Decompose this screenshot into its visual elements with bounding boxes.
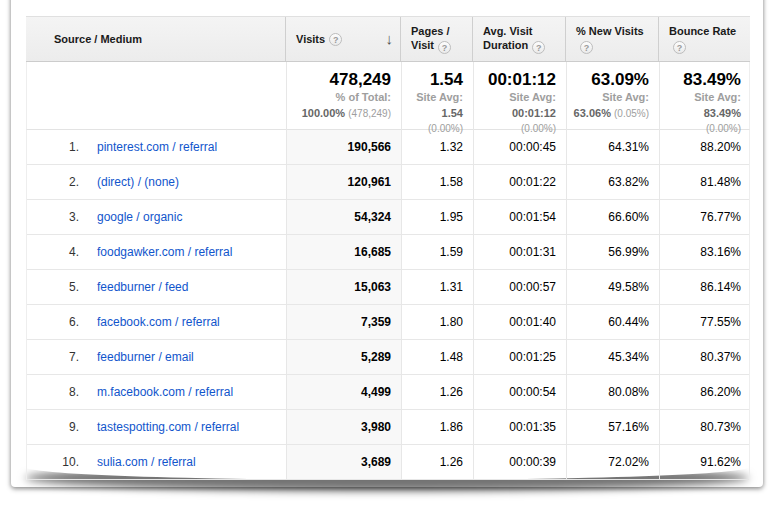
source-medium-cell: 4. foodgawker.com / referral: [27, 235, 286, 269]
bounce-rate-cell: 83.16%: [659, 235, 751, 269]
summary-value: 00:01:12: [480, 72, 556, 87]
visits-cell: 120,961: [286, 165, 401, 199]
column-label: Bounce Rate?: [669, 24, 744, 54]
source-medium-cell: 7. feedburner / email: [27, 340, 286, 374]
column-label: Pages / Visit?: [411, 24, 466, 54]
source-medium-link[interactable]: foodgawker.com / referral: [97, 245, 232, 259]
bounce-rate-cell: 88.20%: [659, 130, 751, 164]
visits-cell: 54,324: [286, 200, 401, 234]
new-visits-cell: 63.82%: [566, 165, 659, 199]
row-rank: 1.: [27, 140, 79, 154]
column-header-avg-visit-duration[interactable]: Avg. Visit Duration?: [472, 17, 565, 61]
source-medium-link[interactable]: pinterest.com / referral: [97, 140, 217, 154]
visits-cell: 190,566: [286, 130, 401, 164]
row-rank: 6.: [27, 315, 79, 329]
visits-cell: 3,689: [286, 445, 401, 479]
visits-cell: 7,359: [286, 305, 401, 339]
summary-value: 1.54: [408, 72, 463, 87]
avg-visit-duration-cell: 00:00:45: [473, 130, 566, 164]
column-label: Source / Medium: [54, 32, 142, 46]
summary-sub-paren: (478,249): [348, 108, 391, 119]
avg-visit-duration-cell: 00:00:57: [473, 270, 566, 304]
summary-value: 63.09%: [573, 72, 649, 87]
table-row: 5. feedburner / feed 15,063 1.31 00:00:5…: [27, 270, 749, 305]
source-medium-cell: 6. facebook.com / referral: [27, 305, 286, 339]
table-row: 9. tastespotting.com / referral 3,980 1.…: [27, 410, 749, 445]
source-medium-link[interactable]: sulia.com / referral: [97, 455, 196, 469]
help-icon[interactable]: ?: [580, 41, 593, 54]
column-header-source-medium[interactable]: Source / Medium: [26, 17, 285, 61]
help-icon[interactable]: ?: [438, 41, 451, 54]
new-visits-cell: 45.34%: [566, 340, 659, 374]
pages-per-visit-cell: 1.59: [401, 235, 473, 269]
pages-per-visit-cell: 1.80: [401, 305, 473, 339]
new-visits-cell: 49.58%: [566, 270, 659, 304]
avg-visit-duration-cell: 00:00:39: [473, 445, 566, 479]
source-medium-link[interactable]: facebook.com / referral: [97, 315, 220, 329]
visits-cell: 5,289: [286, 340, 401, 374]
source-medium-table: Source / Medium Visits ? ↓ Pages / Visit…: [26, 16, 750, 480]
visits-cell: 4,499: [286, 375, 401, 409]
row-rank: 9.: [27, 420, 79, 434]
help-icon[interactable]: ?: [673, 41, 686, 54]
summary-sub-label: Site Avg:: [480, 90, 556, 105]
new-visits-cell: 80.08%: [566, 375, 659, 409]
source-medium-cell: 9. tastespotting.com / referral: [27, 410, 286, 444]
avg-visit-duration-cell: 00:01:35: [473, 410, 566, 444]
column-header-pages-visit[interactable]: Pages / Visit?: [400, 17, 472, 61]
column-header-bounce-rate[interactable]: Bounce Rate?: [658, 17, 750, 61]
table-row: 3. google / organic 54,324 1.95 00:01:54…: [27, 200, 749, 235]
new-visits-cell: 64.31%: [566, 130, 659, 164]
column-header-new-visits[interactable]: % New Visits?: [565, 17, 658, 61]
table-row: 6. facebook.com / referral 7,359 1.80 00…: [27, 305, 749, 340]
summary-value: 478,249: [293, 72, 391, 87]
pages-per-visit-cell: 1.86: [401, 410, 473, 444]
new-visits-cell: 60.44%: [566, 305, 659, 339]
pages-per-visit-cell: 1.26: [401, 375, 473, 409]
bounce-rate-cell: 76.77%: [659, 200, 751, 234]
table-body: 1. pinterest.com / referral 190,566 1.32…: [26, 130, 750, 480]
column-label: % New Visits?: [576, 24, 652, 54]
summary-sub-label: Site Avg:: [666, 90, 741, 105]
source-medium-cell: 5. feedburner / feed: [27, 270, 286, 304]
bounce-rate-cell: 81.48%: [659, 165, 751, 199]
source-medium-link[interactable]: (direct) / (none): [97, 175, 179, 189]
source-medium-link[interactable]: google / organic: [97, 210, 182, 224]
column-label: Visits: [296, 32, 325, 46]
new-visits-cell: 66.60%: [566, 200, 659, 234]
column-header-visits[interactable]: Visits ? ↓: [285, 17, 400, 61]
avg-visit-duration-cell: 00:01:40: [473, 305, 566, 339]
source-medium-link[interactable]: tastespotting.com / referral: [97, 420, 239, 434]
summary-sub-value: 83.49%: [704, 107, 741, 119]
source-medium-cell: 2. (direct) / (none): [27, 165, 286, 199]
bounce-rate-cell: 86.14%: [659, 270, 751, 304]
bounce-rate-cell: 80.37%: [659, 340, 751, 374]
source-medium-link[interactable]: feedburner / feed: [97, 280, 188, 294]
help-icon[interactable]: ?: [329, 33, 342, 46]
summary-sub-label: % of Total:: [293, 90, 391, 105]
summary-sub-label: Site Avg:: [408, 90, 463, 105]
row-rank: 5.: [27, 280, 79, 294]
help-icon[interactable]: ?: [532, 41, 545, 54]
avg-visit-duration-cell: 00:01:54: [473, 200, 566, 234]
summary-value: 83.49%: [666, 72, 741, 87]
new-visits-cell: 72.02%: [566, 445, 659, 479]
summary-sub-value: 1.54: [442, 107, 463, 119]
source-medium-cell: 8. m.facebook.com / referral: [27, 375, 286, 409]
row-rank: 3.: [27, 210, 79, 224]
bounce-rate-cell: 77.55%: [659, 305, 751, 339]
avg-visit-duration-cell: 00:01:22: [473, 165, 566, 199]
visits-cell: 15,063: [286, 270, 401, 304]
avg-visit-duration-cell: 00:01:31: [473, 235, 566, 269]
pages-per-visit-cell: 1.48: [401, 340, 473, 374]
source-medium-link[interactable]: m.facebook.com / referral: [97, 385, 233, 399]
row-rank: 4.: [27, 245, 79, 259]
pages-per-visit-cell: 1.26: [401, 445, 473, 479]
summary-sub-label: Site Avg:: [573, 90, 649, 105]
report-sheet: Source / Medium Visits ? ↓ Pages / Visit…: [11, 0, 763, 487]
new-visits-cell: 57.16%: [566, 410, 659, 444]
bounce-rate-cell: 91.62%: [659, 445, 751, 479]
new-visits-cell: 56.99%: [566, 235, 659, 269]
source-medium-link[interactable]: feedburner / email: [97, 350, 194, 364]
row-rank: 7.: [27, 350, 79, 364]
